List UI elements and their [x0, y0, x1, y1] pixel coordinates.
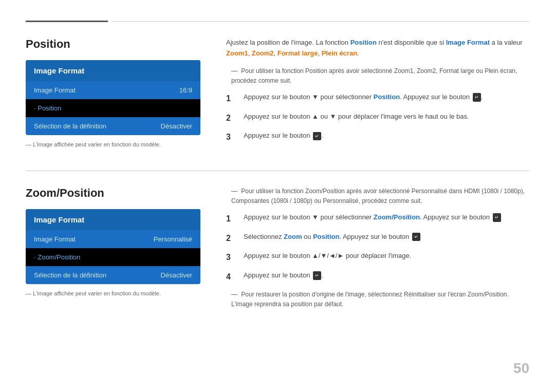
divider-light — [112, 21, 529, 22]
zoomposition-note: — L'image affichée peut varier en foncti… — [26, 290, 200, 296]
divider-dark — [26, 21, 108, 22]
zp-step1-kw: Zoom/Position — [374, 213, 420, 221]
zoomposition-menu-header: Image Format — [26, 209, 200, 230]
position-step-3: 3 Appuyez sur le bouton ↵. — [226, 130, 529, 144]
step-2-text: Appuyez sur le bouton ▲ ou ▼ pour déplac… — [244, 111, 529, 122]
zoompos-selection-value: Désactiver — [161, 271, 192, 279]
position-steps: 1 Appuyez sur le bouton ▼ pour sélection… — [226, 92, 529, 144]
position-step-1: 1 Appuyez sur le bouton ▼ pour sélection… — [226, 92, 529, 105]
zoompos-imageformat-label: Image Format — [34, 235, 76, 243]
step-3-text: Appuyez sur le bouton ↵. — [244, 130, 529, 141]
zoompos-step-3: 3 Appuyez sur le bouton ▲/▼/◄/► pour dép… — [226, 251, 529, 264]
zp-zoompos2-kw: Zoom/Position — [468, 291, 507, 298]
enter-icon-zp-4: ↵ — [313, 271, 321, 279]
position-keyword: Position — [350, 39, 377, 46]
zoomposition-steps: 1 Appuyez sur le bouton ▼ pour sélection… — [226, 212, 529, 283]
zoompos-step-1-num: 1 — [226, 212, 238, 226]
step-1-keyword: Position — [374, 93, 400, 101]
position-title: Position — [26, 38, 200, 51]
zoomposition-section: Zoom/Position Image Format Image Format … — [26, 186, 529, 315]
subnote-pleinecran: Plein écran — [485, 67, 515, 74]
zoomposition-subnote-top: Pour utiliser la fonction Zoom/Position … — [226, 186, 529, 206]
subnote-position: Position — [305, 67, 327, 74]
zoom2-keyword: Zoom2 — [252, 49, 274, 57]
zoomposition-right: Pour utiliser la fonction Zoom/Position … — [226, 186, 529, 315]
subnote-formatlarge: Format large — [439, 67, 474, 74]
position-subnote: Pour utiliser la fonction Position après… — [226, 66, 529, 86]
enter-icon-zp-1: ↵ — [493, 213, 501, 221]
menu-row-selection: Sélection de la définition Désactiver — [26, 117, 200, 135]
position-left: Position Image Format Image Format 16:9 … — [26, 38, 200, 150]
step-2-num: 2 — [226, 111, 238, 125]
zoompos-step-4: 4 Appuyez sur le bouton ↵. — [226, 270, 529, 284]
top-divider — [26, 21, 529, 22]
position-note: — L'image affichée peut varier en foncti… — [26, 141, 200, 147]
zoompos-step-4-text: Appuyez sur le bouton ↵. — [244, 270, 529, 281]
zoompos-step-1-text: Appuyez sur le bouton ▼ pour sélectionne… — [244, 212, 529, 223]
position-step-2: 2 Appuyez sur le bouton ▲ ou ▼ pour dépl… — [226, 111, 529, 125]
position-section: Position Image Format Image Format 16:9 … — [26, 38, 529, 150]
zoompos-selection-label: Sélection de la définition — [34, 271, 106, 279]
subnote-zoom2: Zoom2 — [417, 67, 436, 74]
zoompos-step-4-num: 4 — [226, 270, 238, 284]
formatlarge-keyword: Format large — [278, 49, 318, 57]
zoompos-step-2-text: Sélectionnez Zoom ou Position. Appuyez s… — [244, 232, 529, 242]
enter-icon-zp-2: ↵ — [412, 233, 420, 241]
imageformat-keyword: Image Format — [446, 39, 490, 46]
zoompos-menu-row-imageformat: Image Format Personnalisé — [26, 230, 200, 248]
zoompos-imageformat-value: Personnalisé — [154, 235, 192, 243]
step-1-num: 1 — [226, 92, 238, 105]
step-1-text: Appuyez sur le bouton ▼ pour sélectionne… — [244, 92, 529, 103]
zoompos-menu-row-selected: · Zoom/Position — [26, 248, 200, 266]
menu-row-position: · Position — [26, 99, 200, 117]
zp-personnalise2-kw: Personnalisé — [323, 197, 358, 204]
position-menu-header: Image Format — [26, 60, 200, 81]
position-menu-box: Image Format Image Format 16:9 · Positio… — [26, 60, 200, 135]
zp-zoompos-kw: Zoom/Position — [305, 188, 345, 195]
menu-row-imageformat-label: Image Format — [34, 86, 76, 94]
menu-row-selection-value: Désactiver — [161, 122, 192, 130]
subnote-zoom1: Zoom1 — [394, 67, 413, 74]
zoompos-step-2-num: 2 — [226, 232, 238, 245]
zoompos-step-3-num: 3 — [226, 251, 238, 264]
section-separator-1 — [26, 171, 529, 171]
zp-reinitialiser-kw: Réinitialiser — [404, 291, 436, 298]
pleinecran-keyword: Plein écran — [322, 49, 357, 57]
zoom1-keyword: Zoom1 — [226, 49, 248, 57]
zoompos-step-3-text: Appuyez sur le bouton ▲/▼/◄/► pour dépla… — [244, 251, 529, 262]
menu-row-position-label: · Position — [34, 104, 61, 112]
enter-button-icon-1: ↵ — [473, 93, 481, 101]
position-right: Ajustez la position de l'image. La fonct… — [226, 38, 529, 150]
zoomposition-title: Zoom/Position — [26, 186, 200, 200]
page-number: 50 — [513, 360, 529, 377]
zoomposition-left: Zoom/Position Image Format Image Format … — [26, 186, 200, 315]
position-intro: Ajustez la position de l'image. La fonct… — [226, 38, 529, 59]
zp-hdmi-kw: HDMI — [464, 188, 480, 195]
zoompos-step-2: 2 Sélectionnez Zoom ou Position. Appuyez… — [226, 232, 529, 245]
menu-row-selection-label: Sélection de la définition — [34, 122, 106, 130]
enter-button-icon-2: ↵ — [313, 132, 321, 140]
menu-row-imageformat: Image Format 16:9 — [26, 81, 200, 99]
zp-position-kw: Position — [313, 233, 339, 240]
zoompos-menu-row-selection: Sélection de la définition Désactiver — [26, 266, 200, 284]
zoompos-selected-label: · Zoom/Position — [34, 253, 80, 261]
zp-personnalise-kw: Personnalisé — [412, 188, 447, 195]
zoompos-step-1: 1 Appuyez sur le bouton ▼ pour sélection… — [226, 212, 529, 226]
menu-row-imageformat-value: 16:9 — [179, 86, 192, 94]
step-3-num: 3 — [226, 130, 238, 144]
zp-composantes-kw: Composantes — [231, 197, 269, 204]
zp-zoom-kw: Zoom — [284, 233, 302, 240]
zoomposition-subnote-bottom: Pour restaurer la position d'origine de … — [226, 290, 529, 309]
zoomposition-menu-box: Image Format Image Format Personnalisé ·… — [26, 209, 200, 284]
